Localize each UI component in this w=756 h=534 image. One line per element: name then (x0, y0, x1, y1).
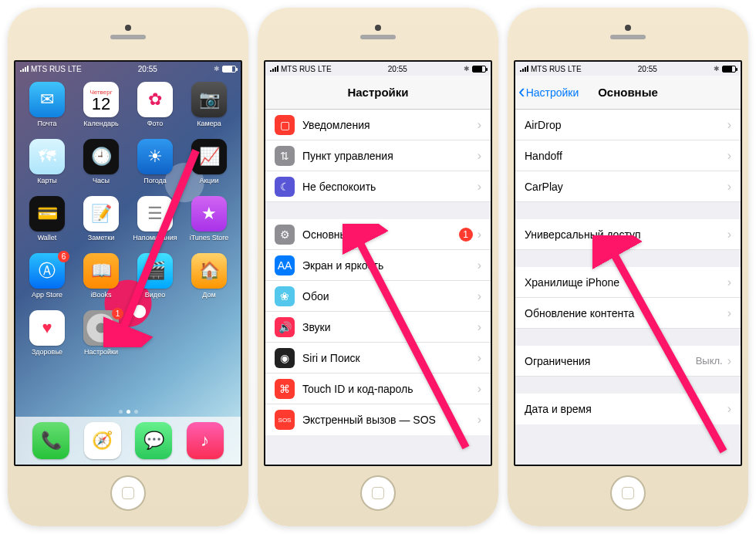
row-label: Экстренный вызов — SOS (302, 414, 478, 426)
settings-row[interactable]: AAЭкран и яркость› (265, 250, 491, 281)
settings-row[interactable]: Универсальный доступ› (515, 219, 741, 250)
settings-row[interactable]: ⌘Touch ID и код-пароль› (265, 373, 491, 404)
home-button[interactable] (610, 475, 646, 511)
settings-row[interactable]: Handoff› (515, 140, 741, 171)
chevron-right-icon: › (727, 306, 731, 320)
dock-app-icon[interactable]: 🧭 (84, 422, 121, 459)
settings-row[interactable]: ☾Не беспокоить› (265, 171, 491, 202)
carrier-label: MTS RUS (31, 65, 66, 73)
dock-app-icon[interactable]: 💬 (135, 422, 172, 459)
app-icon[interactable]: 📈Акции (182, 139, 236, 194)
battery-icon (722, 66, 736, 73)
app-label: App Store (32, 291, 62, 299)
chevron-right-icon: › (478, 259, 481, 272)
app-icon[interactable]: 🗺Карты (20, 139, 74, 194)
home-button[interactable] (360, 475, 396, 511)
app-icon[interactable]: ☰Напоминания (128, 196, 182, 252)
earpiece-speaker (110, 35, 146, 39)
row-label: Handoff (525, 150, 727, 162)
chevron-right-icon: › (478, 149, 481, 163)
phone-frame-3: MTS RUS LTE 20:55 ✱ Настройки Основные A… (508, 8, 748, 526)
app-icon[interactable]: 📖iBooks (74, 253, 128, 309)
settings-row[interactable]: Обновление контента› (515, 298, 741, 329)
chevron-right-icon: › (727, 275, 731, 289)
network-label: LTE (318, 65, 332, 73)
row-label: Универсальный доступ (525, 228, 727, 241)
app-icon[interactable]: 📝Заметки (74, 196, 128, 252)
bluetooth-icon: ✱ (214, 65, 220, 73)
settings-row[interactable]: Дата и время› (515, 394, 741, 424)
chevron-right-icon: › (727, 228, 731, 242)
app-icon[interactable]: 🏠Дом (182, 253, 236, 309)
settings-row[interactable]: ▢Уведомления› (265, 110, 491, 140)
front-camera (125, 25, 131, 31)
row-label: Touch ID и код-пароль (302, 383, 478, 395)
row-label: Ограничения (525, 355, 696, 367)
phone-bezel-bottom (14, 466, 242, 520)
phone-bezel-top (264, 14, 492, 60)
network-label: LTE (68, 65, 82, 73)
status-bar: MTS RUS LTE 20:55 ✱ (265, 62, 491, 76)
page-indicator[interactable] (15, 410, 241, 414)
earpiece-speaker (360, 35, 396, 39)
app-icon[interactable]: ✉Почта (20, 82, 74, 137)
settings-row[interactable]: Хранилище iPhone› (515, 267, 741, 298)
app-label: iBooks (90, 291, 111, 299)
app-icon[interactable]: 💳Wallet (20, 196, 74, 252)
chevron-right-icon: › (478, 228, 481, 242)
clock: 20:55 (138, 65, 157, 73)
app-icon[interactable]: 📷Камера (182, 82, 236, 137)
row-label: Дата и время (525, 403, 727, 415)
phone-frame-2: MTS RUS LTE 20:55 ✱ Настройки ▢Уведомлен… (258, 8, 498, 526)
clock: 20:55 (638, 65, 657, 73)
app-icon[interactable]: 🎬Видео (128, 253, 182, 309)
home-button[interactable] (110, 475, 146, 511)
phone-bezel-bottom (514, 466, 742, 520)
row-icon: SOS (275, 410, 295, 430)
app-label: Часы (93, 177, 110, 184)
settings-row[interactable]: SOSЭкстренный вызов — SOS› (265, 404, 491, 435)
settings-row[interactable]: CarPlay› (515, 171, 741, 202)
dock-app-icon[interactable]: ♪ (187, 422, 224, 459)
app-icon[interactable]: ★iTunes Store (182, 196, 236, 252)
settings-row[interactable]: ⇅Пункт управления› (265, 140, 491, 171)
back-button[interactable]: Настройки (518, 86, 579, 99)
row-label: Экран и яркость (302, 259, 478, 272)
app-icon[interactable]: ♥Здоровье (20, 310, 74, 366)
settings-row[interactable]: AirDrop› (515, 110, 741, 140)
app-icon[interactable]: Четверг12Календарь (74, 82, 128, 137)
row-icon: 🔊 (275, 317, 295, 337)
general-settings-list[interactable]: AirDrop›Handoff›CarPlay›Универсальный до… (515, 110, 741, 465)
app-icon[interactable]: Ⓐ6App Store (20, 253, 74, 309)
app-label: Заметки (88, 234, 114, 242)
clock: 20:55 (388, 65, 407, 73)
settings-row[interactable]: ОграниченияВыкл.› (515, 346, 741, 377)
app-label: Календарь (83, 120, 118, 127)
network-label: LTE (568, 65, 582, 73)
app-glyph-icon: ✉ (29, 82, 65, 117)
row-icon: ⇅ (275, 146, 295, 166)
row-label: Уведомления (302, 119, 478, 131)
status-bar: MTS RUS LTE 20:55 ✱ (515, 62, 741, 76)
row-label: Siri и Поиск (302, 352, 478, 364)
settings-row[interactable]: ⚙Основные1› (265, 219, 491, 250)
app-label: Карты (37, 177, 57, 184)
settings-row[interactable]: 🔊Звуки› (265, 312, 491, 343)
app-icon[interactable]: 🕘Часы (74, 139, 128, 194)
app-icon[interactable]: ☀Погода (128, 139, 182, 194)
app-icon[interactable]: 1Настройки (74, 310, 128, 366)
settings-list[interactable]: ▢Уведомления›⇅Пункт управления›☾Не беспо… (265, 110, 491, 465)
phone-bezel-top (14, 14, 242, 60)
signal-icon (20, 66, 29, 72)
app-glyph-icon: 🎬 (137, 253, 173, 289)
app-label: Почта (38, 120, 57, 127)
earpiece-speaker (610, 35, 646, 39)
phone-bezel-bottom (264, 466, 492, 520)
settings-row[interactable]: ◉Siri и Поиск› (265, 343, 491, 373)
settings-row[interactable]: ❀Обои› (265, 281, 491, 312)
app-glyph-icon: 🕘 (83, 139, 119, 174)
app-icon[interactable]: ✿Фото (128, 82, 182, 137)
back-label: Настройки (526, 86, 579, 99)
dock-app-icon[interactable]: 📞 (32, 422, 69, 459)
chevron-right-icon: › (478, 289, 481, 303)
